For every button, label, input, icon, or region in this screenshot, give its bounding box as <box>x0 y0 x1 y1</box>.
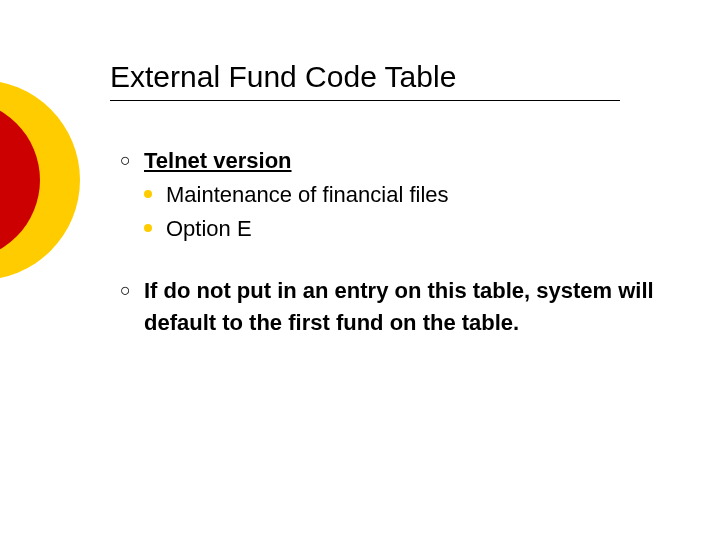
title-underline-rule <box>110 100 620 101</box>
bullet-level1: ○ Telnet version <box>120 145 660 177</box>
slide-title: External Fund Code Table <box>110 60 456 94</box>
bullet-level2: Option E <box>144 213 660 245</box>
dot-bullet-icon <box>144 213 166 243</box>
bullet-text: If do not put in an entry on this table,… <box>144 275 660 339</box>
bullet-text: Option E <box>166 213 660 245</box>
bullet-level1: ○ If do not put in an entry on this tabl… <box>120 275 660 339</box>
hollow-bullet-icon: ○ <box>120 275 144 305</box>
bullet-text: Maintenance of financial files <box>166 179 660 211</box>
hollow-bullet-icon: ○ <box>120 145 144 175</box>
dot-bullet-icon <box>144 179 166 209</box>
bullet-level2: Maintenance of financial files <box>144 179 660 211</box>
bullet-text: Telnet version <box>144 145 660 177</box>
body-content: ○ Telnet version Maintenance of financia… <box>120 145 660 340</box>
